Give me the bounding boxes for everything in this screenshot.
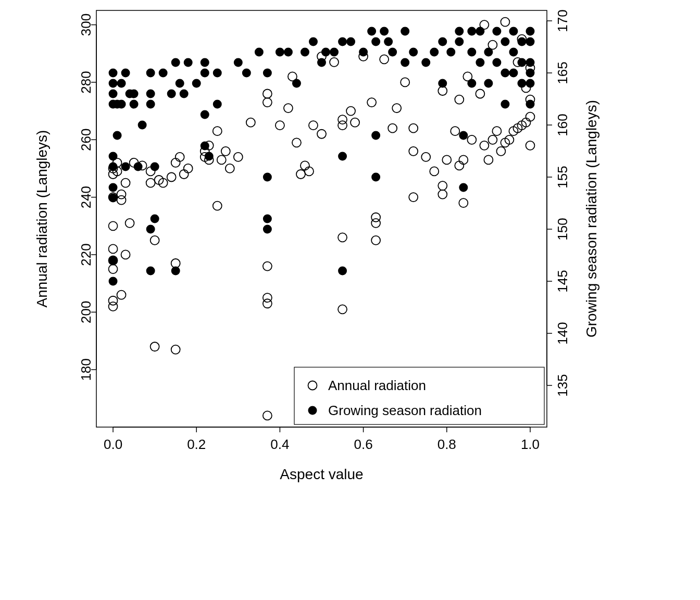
point-annual bbox=[401, 78, 409, 86]
point-annual bbox=[409, 124, 418, 133]
point-annual bbox=[484, 155, 493, 164]
y-left-axis-label: Annual radiation (Langleys) bbox=[34, 130, 50, 308]
point-annual bbox=[317, 130, 326, 139]
point-annual bbox=[171, 158, 180, 167]
point-annual bbox=[409, 193, 418, 202]
y-right-tick-label: 140 bbox=[555, 322, 570, 344]
y-left-tick-label: 180 bbox=[78, 358, 94, 381]
point-annual bbox=[167, 173, 176, 182]
y-left-tick-label: 240 bbox=[78, 186, 94, 208]
point-growing-season bbox=[201, 69, 209, 78]
point-annual bbox=[459, 155, 468, 164]
point-annual bbox=[488, 135, 497, 144]
point-annual bbox=[226, 164, 234, 173]
point-growing-season bbox=[338, 38, 347, 46]
point-annual bbox=[221, 147, 230, 156]
point-growing-season bbox=[201, 142, 209, 151]
point-growing-season bbox=[501, 38, 509, 46]
point-annual bbox=[455, 161, 464, 170]
y-right-tick-label: 155 bbox=[555, 166, 570, 188]
point-growing-season bbox=[517, 79, 526, 88]
point-growing-season bbox=[317, 58, 326, 67]
point-growing-season bbox=[438, 79, 447, 88]
point-growing-season bbox=[380, 27, 389, 36]
point-growing-season bbox=[467, 48, 476, 57]
point-growing-season bbox=[384, 38, 393, 46]
point-annual bbox=[296, 170, 305, 179]
point-annual bbox=[480, 141, 489, 150]
point-annual bbox=[330, 58, 339, 67]
point-annual bbox=[438, 86, 447, 95]
point-annual bbox=[126, 219, 134, 228]
x-tick-label: 0.8 bbox=[438, 436, 456, 452]
y-right-tick-label: 165 bbox=[555, 61, 570, 84]
point-growing-season bbox=[151, 215, 159, 223]
point-annual bbox=[263, 90, 272, 98]
point-growing-season bbox=[109, 90, 118, 98]
point-growing-season bbox=[184, 58, 193, 67]
point-annual bbox=[263, 299, 272, 308]
point-annual bbox=[442, 155, 451, 164]
point-annual bbox=[151, 342, 159, 351]
point-growing-season bbox=[509, 69, 518, 78]
x-tick-label: 0.6 bbox=[354, 436, 373, 452]
point-annual bbox=[213, 202, 222, 210]
point-annual bbox=[151, 236, 159, 245]
point-growing-season bbox=[371, 131, 380, 140]
point-growing-season bbox=[476, 27, 484, 36]
y-right-tick-label: 150 bbox=[555, 218, 570, 240]
point-growing-season bbox=[509, 27, 518, 36]
point-growing-season bbox=[430, 48, 439, 57]
point-growing-season bbox=[130, 100, 139, 109]
point-growing-season bbox=[338, 267, 347, 276]
point-annual bbox=[459, 198, 468, 207]
point-growing-season bbox=[263, 215, 272, 223]
point-annual bbox=[371, 219, 380, 228]
point-growing-season bbox=[459, 131, 468, 140]
point-growing-season bbox=[526, 100, 534, 109]
point-growing-season bbox=[421, 58, 430, 67]
x-tick-label: 1.0 bbox=[521, 436, 540, 452]
point-growing-season bbox=[467, 27, 476, 36]
point-growing-season bbox=[201, 58, 209, 67]
point-annual bbox=[338, 115, 347, 124]
point-annual bbox=[263, 98, 272, 107]
point-annual bbox=[380, 55, 389, 64]
point-annual bbox=[109, 265, 118, 273]
point-annual bbox=[346, 107, 355, 116]
point-growing-season bbox=[113, 131, 122, 140]
point-annual bbox=[171, 345, 180, 354]
point-growing-season bbox=[263, 173, 272, 182]
point-growing-season bbox=[484, 79, 493, 88]
point-growing-season bbox=[509, 48, 518, 57]
point-growing-season bbox=[401, 58, 409, 67]
point-growing-season bbox=[117, 100, 126, 109]
point-growing-season bbox=[171, 267, 180, 276]
point-growing-season bbox=[409, 48, 418, 57]
point-growing-season bbox=[109, 256, 118, 265]
point-growing-season bbox=[455, 27, 464, 36]
point-growing-season bbox=[501, 100, 509, 109]
point-annual bbox=[146, 179, 155, 188]
point-growing-season bbox=[109, 183, 118, 192]
point-growing-season bbox=[526, 79, 534, 88]
y-left-tick-label: 280 bbox=[78, 71, 94, 93]
point-annual bbox=[109, 244, 118, 253]
x-tick-label: 0.2 bbox=[187, 436, 206, 452]
point-growing-season bbox=[180, 90, 189, 98]
point-growing-season bbox=[492, 27, 501, 36]
point-growing-season bbox=[330, 48, 339, 57]
point-growing-season bbox=[459, 183, 468, 192]
y-left-tick-label: 260 bbox=[78, 129, 94, 151]
point-growing-season bbox=[109, 162, 118, 171]
point-annual bbox=[496, 147, 505, 156]
point-growing-season bbox=[526, 27, 534, 36]
point-annual bbox=[351, 118, 359, 127]
point-growing-season bbox=[201, 110, 209, 119]
point-annual bbox=[309, 121, 318, 130]
point-growing-season bbox=[467, 79, 476, 88]
y-right-tick-label: 135 bbox=[555, 374, 570, 396]
point-annual bbox=[121, 179, 130, 188]
legend-label: Growing season radiation bbox=[328, 403, 482, 418]
chart-container: 0.00.20.40.60.81.0Aspect value1802002202… bbox=[0, 0, 700, 600]
